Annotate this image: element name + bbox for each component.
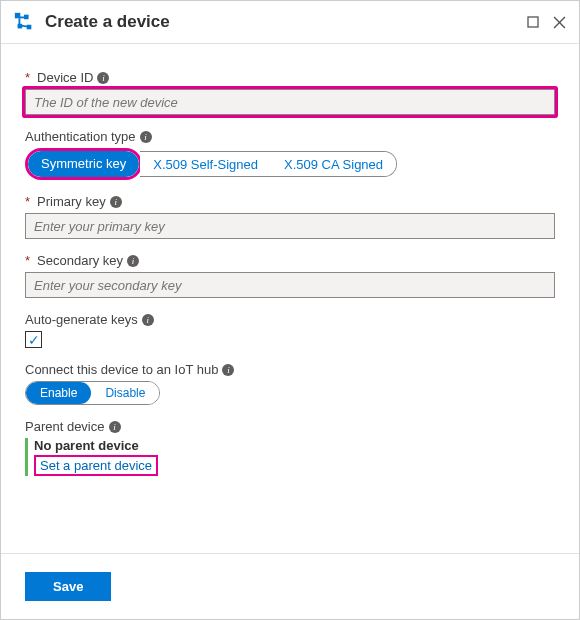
parent-device-block: No parent device Set a parent device [25, 438, 555, 476]
iot-hub-toggle: Enable Disable [25, 381, 160, 405]
required-asterisk: * [25, 70, 30, 85]
device-id-label-text: Device ID [37, 70, 93, 85]
primary-key-label-text: Primary key [37, 194, 106, 209]
autogen-label: Auto-generate keys i [25, 312, 555, 327]
device-id-label: * Device ID i [25, 70, 555, 85]
set-parent-device-link[interactable]: Set a parent device [34, 455, 158, 476]
primary-key-input[interactable] [25, 213, 555, 239]
save-button[interactable]: Save [25, 572, 111, 601]
secondary-key-label-text: Secondary key [37, 253, 123, 268]
create-device-panel: Create a device * Device ID i Authentica… [0, 0, 580, 620]
parent-device-label: Parent device i [25, 419, 555, 434]
required-asterisk: * [25, 194, 30, 209]
svg-line-6 [21, 26, 27, 27]
auth-option-self-signed[interactable]: X.509 Self-Signed [140, 152, 271, 176]
svg-rect-7 [528, 17, 538, 27]
auth-type-label: Authentication type i [25, 129, 555, 144]
form-content: * Device ID i Authentication type i Symm… [1, 44, 579, 553]
parent-device-label-text: Parent device [25, 419, 105, 434]
primary-key-label: * Primary key i [25, 194, 555, 209]
auth-type-segmented-rest: X.509 Self-Signed X.509 CA Signed [140, 151, 397, 177]
connect-hub-label: Connect this device to an IoT hub i [25, 362, 555, 377]
restore-window-icon[interactable] [525, 14, 541, 30]
auth-type-label-text: Authentication type [25, 129, 136, 144]
required-asterisk: * [25, 253, 30, 268]
panel-header: Create a device [1, 1, 579, 44]
autogen-checkbox[interactable]: ✓ [25, 331, 42, 348]
device-id-input[interactable] [25, 89, 555, 115]
panel-title: Create a device [45, 12, 515, 32]
auth-type-segmented: Symmetric key [28, 151, 139, 177]
info-icon[interactable]: i [127, 255, 139, 267]
secondary-key-input[interactable] [25, 272, 555, 298]
autogen-label-text: Auto-generate keys [25, 312, 138, 327]
auth-option-ca-signed[interactable]: X.509 CA Signed [271, 152, 396, 176]
secondary-key-label: * Secondary key i [25, 253, 555, 268]
parent-device-none: No parent device [34, 438, 555, 453]
iot-enable-option[interactable]: Enable [26, 382, 91, 404]
info-icon[interactable]: i [97, 72, 109, 84]
info-icon[interactable]: i [222, 364, 234, 376]
auth-option-symmetric[interactable]: Symmetric key [28, 151, 139, 177]
info-icon[interactable]: i [140, 131, 152, 143]
iot-logo-icon [13, 11, 35, 33]
info-icon[interactable]: i [110, 196, 122, 208]
auth-type-highlight: Symmetric key [25, 148, 142, 180]
panel-footer: Save [1, 553, 579, 619]
connect-hub-label-text: Connect this device to an IoT hub [25, 362, 218, 377]
info-icon[interactable]: i [142, 314, 154, 326]
iot-disable-option[interactable]: Disable [91, 382, 159, 404]
info-icon[interactable]: i [109, 421, 121, 433]
close-icon[interactable] [551, 14, 567, 30]
